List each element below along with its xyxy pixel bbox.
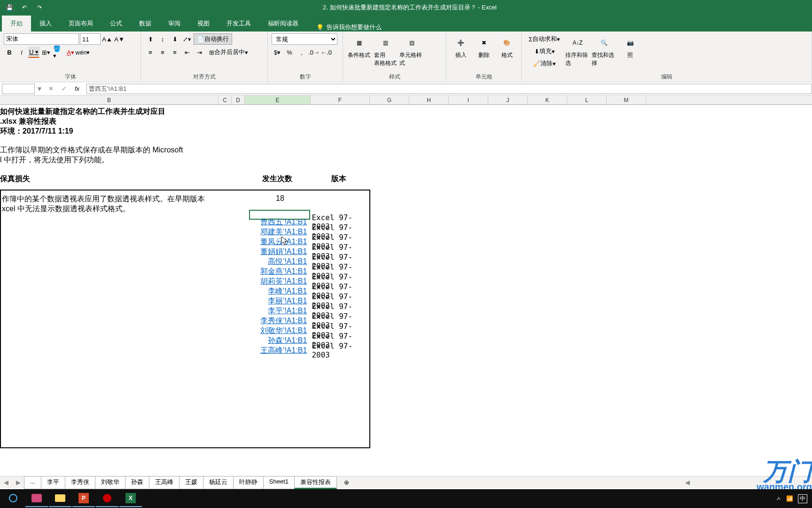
underline-button[interactable]: U ▾ [28,47,39,58]
col-g[interactable]: G [370,95,409,104]
sheet-tab[interactable]: 叶静静 [233,476,264,489]
tab-review[interactable]: 审阅 [160,16,189,32]
tab-layout[interactable]: 页面布局 [60,16,102,32]
table-format-button[interactable]: ▥套用 表格格式 [373,33,398,69]
tab-insert[interactable]: 插入 [31,16,60,32]
col-k[interactable]: K [528,95,567,104]
percent-icon[interactable]: % [284,47,295,58]
col-e[interactable]: E [245,95,311,104]
tray-network-icon[interactable]: 📶 [786,495,793,502]
indent-decrease-icon[interactable]: ⇤ [181,47,193,58]
merge-center-button[interactable]: ⊞ 合并后居中 ▾ [206,47,251,58]
font-color-button[interactable]: A▾ [65,47,76,58]
column-headers[interactable]: B C D E F G H I J K L M [0,95,812,105]
ime-indicator[interactable]: 中 [798,494,807,503]
col-c[interactable]: C [219,95,232,104]
formula-bar[interactable]: 曹西五'!A1:B1 [86,84,812,94]
find-select-button[interactable]: 🔍查找和选择 [592,33,616,69]
currency-icon[interactable]: $▾ [272,47,283,58]
comma-icon[interactable]: , [296,47,307,58]
align-middle-icon[interactable]: ↕ [157,33,168,45]
clear-button[interactable]: 🧹 清除 ▾ [525,58,563,69]
name-box[interactable] [2,84,35,94]
excel-taskbar-icon[interactable]: X [119,490,142,507]
sheet-tab[interactable]: 兼容性报表 [294,476,337,489]
align-left-icon[interactable]: ≡ [145,47,156,58]
italic-button[interactable]: I [16,47,27,58]
align-center-icon[interactable]: ≡ [157,47,168,58]
number-format-select[interactable]: 常规 [272,33,337,45]
tab-home[interactable]: 开始 [2,16,31,32]
insert-cells-button[interactable]: ➕插入 [450,33,471,61]
conditional-format-button[interactable]: ▦条件格式 [347,33,371,61]
name-box-dropdown-icon[interactable]: ▾ [38,84,41,93]
sheet-hyperlink[interactable]: 王高峰'!A1:B1 [252,346,307,356]
sheet-tab[interactable]: 杨廷云 [203,476,234,489]
save-icon[interactable]: 💾 [4,2,15,13]
indent-increase-icon[interactable]: ⇥ [194,47,205,58]
font-size-select[interactable] [80,33,101,45]
sheet-tab[interactable]: ... [24,476,41,489]
align-bottom-icon[interactable]: ⬇ [169,33,180,45]
add-sheet-button[interactable]: ⊕ [341,477,352,488]
taskbar[interactable]: P X [0,489,812,508]
camera-app-icon[interactable] [25,490,48,507]
col-d[interactable]: D [232,95,245,104]
cancel-formula-icon[interactable]: ✕ [45,83,56,95]
camera-button[interactable]: 📷照 [618,33,642,61]
col-f[interactable]: F [311,95,370,104]
col-l[interactable]: L [567,95,607,104]
sort-filter-button[interactable]: A↓Z排序和筛选 [565,33,590,69]
tab-developer[interactable]: 开发工具 [218,16,259,32]
autosum-button[interactable]: Σ 自动求和 ▾ [525,33,563,45]
powerpoint-icon[interactable]: P [72,490,95,507]
col-i[interactable]: I [449,95,488,104]
bold-button[interactable]: B [4,47,15,58]
recorder-icon[interactable] [96,490,118,507]
tab-nav-prev-icon[interactable]: ◀ [0,479,12,486]
cell-styles-button[interactable]: ▤单元格样式 [399,33,424,69]
align-top-icon[interactable]: ⬆ [145,33,156,45]
tell-me-search[interactable]: 💡 告诉我你想要做什么 [316,23,382,32]
tab-foxit[interactable]: 福昕阅读器 [259,16,307,32]
col-j[interactable]: J [488,95,528,104]
sheet-tab[interactable]: 刘敬华 [95,476,125,489]
delete-cells-button[interactable]: ✖删除 [473,33,494,61]
phonetic-button[interactable]: wén▾ [77,47,88,58]
sheet-tab[interactable]: 李平 [41,476,65,489]
tab-data[interactable]: 数据 [131,16,160,32]
sheet-tab[interactable]: 王媛 [179,476,203,489]
col-m[interactable]: M [607,95,646,104]
align-right-icon[interactable]: ≡ [169,47,180,58]
sheet-tab[interactable]: 王高峰 [149,476,180,489]
decrease-decimal-icon[interactable]: ←.0 [320,47,332,58]
border-button[interactable]: ⊞▾ [40,47,52,58]
tray-chevron-icon[interactable]: ㅅ [776,495,781,503]
orientation-icon[interactable]: ⤢▾ [181,33,193,45]
col-h[interactable]: H [409,95,449,104]
increase-decimal-icon[interactable]: .0→ [308,47,320,58]
accept-formula-icon[interactable]: ✓ [58,83,70,95]
col-b[interactable]: B [0,95,219,104]
undo-icon[interactable]: ↶ [19,2,30,13]
format-cells-button[interactable]: 🎨格式 [496,33,517,61]
tab-view[interactable]: 视图 [189,16,218,32]
group-align-label: 对齐方式 [141,73,267,81]
worksheet-area[interactable]: 如何快速批量新建指定名称的工作表并生成对应目 .xlsx 兼容性报表 环境：20… [0,105,812,448]
fill-color-button[interactable]: 🪣▾ [53,47,64,58]
cortana-icon[interactable] [2,490,24,507]
font-name-select[interactable] [4,33,79,45]
decrease-font-icon[interactable]: A▼ [114,33,125,45]
wrap-text-button[interactable]: 📄 自动换行 [194,33,232,45]
file-explorer-icon[interactable] [49,490,71,507]
sheet-tab[interactable]: 李秀侠 [65,476,95,489]
sheet-tab[interactable]: Sheet1 [263,476,295,489]
increase-font-icon[interactable]: A▲ [102,33,113,45]
redo-icon[interactable]: ↷ [34,2,45,13]
sheet-tab[interactable]: 孙森 [125,476,149,489]
fill-button[interactable]: ⬇ 填充 ▾ [525,46,563,57]
tab-formulas[interactable]: 公式 [102,16,131,32]
tab-nav-next-icon[interactable]: ▶ [12,479,24,486]
fx-icon[interactable]: fx [71,83,83,95]
system-tray[interactable]: ㅅ 📶 中 [776,489,807,508]
